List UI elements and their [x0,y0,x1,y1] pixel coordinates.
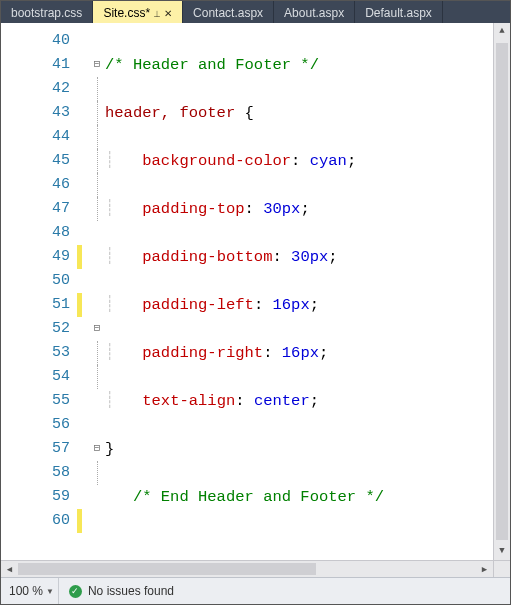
issues-indicator[interactable]: ✓ No issues found [59,578,184,604]
line-number: 55 [1,389,70,413]
vertical-scrollbar[interactable]: ▲ ▼ [493,23,510,560]
tab-site-css[interactable]: Site.css* ⟂ ✕ [93,1,183,23]
tab-label: About.aspx [284,6,344,20]
splitter-handle[interactable] [493,561,510,578]
scroll-down-icon[interactable]: ▼ [494,543,510,560]
pin-icon[interactable]: ⟂ [154,8,160,19]
line-number: 54 [1,365,70,389]
line-number: 58 [1,461,70,485]
horizontal-scrollbar[interactable]: ◀ ▶ [1,560,510,577]
code-text: center [254,392,310,410]
code-text: } [105,440,114,458]
code-content[interactable]: /* Header and Footer */ header, footer {… [103,23,493,560]
outline-margin [91,23,103,560]
code-text: padding-left [142,296,254,314]
line-number: 51 [1,293,70,317]
scroll-left-icon[interactable]: ◀ [1,564,18,575]
scroll-right-icon[interactable]: ▶ [476,564,493,575]
code-text: { [245,104,254,122]
line-number: 42 [1,77,70,101]
line-number: 41 [1,53,70,77]
code-text: header, footer [105,104,245,122]
change-margin [77,23,91,560]
tab-about-aspx[interactable]: About.aspx [274,1,355,23]
change-mark [77,245,91,269]
line-number: 60 [1,509,70,533]
line-number: 45 [1,149,70,173]
check-icon: ✓ [69,585,82,598]
code-text: padding-right [142,344,263,362]
fold-toggle-icon[interactable] [91,437,103,461]
line-number: 47 [1,197,70,221]
fold-toggle-icon[interactable] [91,53,103,77]
code-text: padding-bottom [142,248,272,266]
zoom-dropdown[interactable]: 100 % ▼ [1,578,59,604]
code-text: /* End Header and Footer */ [133,488,384,506]
close-icon[interactable]: ✕ [164,8,172,19]
scroll-thumb[interactable] [18,563,316,575]
tab-label: Contact.aspx [193,6,263,20]
code-text: 30px [291,248,328,266]
code-text: padding-top [142,200,244,218]
status-bar: 100 % ▼ ✓ No issues found [1,577,510,604]
document-tab-bar: bootstrap.css Site.css* ⟂ ✕ Contact.aspx… [1,1,510,23]
code-text: /* Header and Footer */ [105,56,319,74]
line-number: 44 [1,125,70,149]
line-number: 40 [1,29,70,53]
line-number: 50 [1,269,70,293]
line-number: 59 [1,485,70,509]
line-number: 53 [1,341,70,365]
code-text: cyan [310,152,347,170]
code-editor[interactable]: 40 41 42 43 44 45 46 47 48 49 50 51 52 5… [1,23,510,560]
zoom-value: 100 % [9,584,43,598]
line-number: 46 [1,173,70,197]
line-number: 56 [1,413,70,437]
line-number-gutter: 40 41 42 43 44 45 46 47 48 49 50 51 52 5… [1,23,77,560]
tab-bootstrap-css[interactable]: bootstrap.css [1,1,93,23]
code-text: background-color [142,152,291,170]
change-mark [77,509,91,533]
tab-label: Site.css* [103,6,150,20]
code-text: 30px [263,200,300,218]
chevron-down-icon: ▼ [46,587,54,596]
tab-default-aspx[interactable]: Default.aspx [355,1,443,23]
line-number: 48 [1,221,70,245]
tab-contact-aspx[interactable]: Contact.aspx [183,1,274,23]
code-text: ; [347,152,356,170]
code-text: 16px [272,296,309,314]
line-number: 49 [1,245,70,269]
line-number: 57 [1,437,70,461]
line-number: 43 [1,101,70,125]
line-number: 52 [1,317,70,341]
fold-toggle-icon[interactable] [91,317,103,341]
code-text: text-align [142,392,235,410]
change-mark [77,293,91,317]
tab-label: Default.aspx [365,6,432,20]
scroll-up-icon[interactable]: ▲ [494,23,510,40]
scroll-thumb[interactable] [496,43,508,540]
code-text: : [291,152,310,170]
tab-label: bootstrap.css [11,6,82,20]
issues-text: No issues found [88,584,174,598]
code-text: 16px [282,344,319,362]
